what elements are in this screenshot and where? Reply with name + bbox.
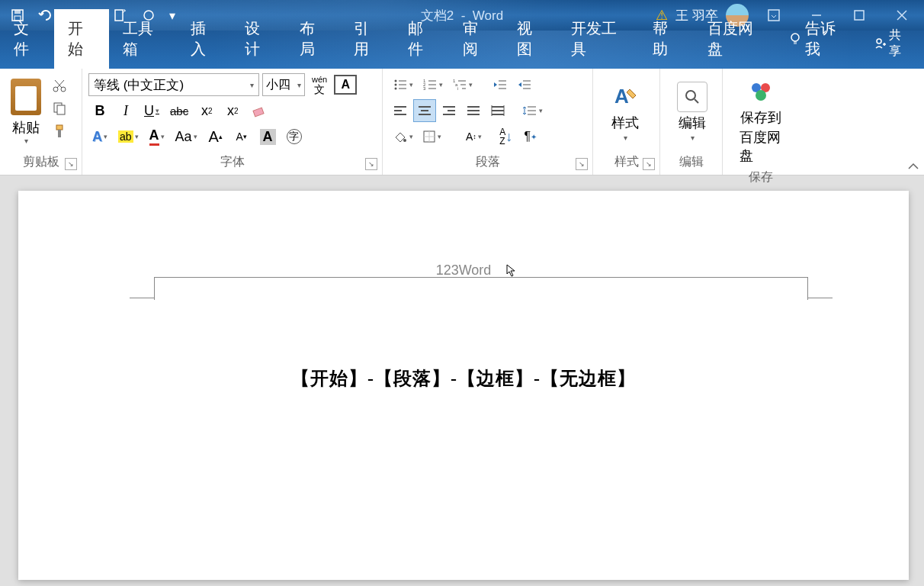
collapse-ribbon-button[interactable]	[907, 163, 919, 172]
svg-point-25	[395, 80, 397, 82]
strike-button[interactable]: abc	[166, 99, 192, 122]
decrease-indent-button[interactable]	[489, 73, 512, 96]
change-case-button[interactable]: Aa▾	[172, 125, 201, 148]
font-color-button[interactable]: A▾	[146, 125, 168, 148]
tab-review[interactable]: 审阅	[449, 9, 503, 69]
tab-help[interactable]: 帮助	[639, 9, 693, 69]
asian-layout-button[interactable]: A↕▾	[462, 125, 486, 148]
shading-button[interactable]: ▾	[389, 125, 417, 148]
svg-point-27	[395, 88, 397, 90]
share-icon	[873, 36, 887, 51]
svg-point-10	[791, 34, 799, 41]
group-save: 保存到 百度网盘 保存	[723, 69, 799, 175]
paragraph-launcher[interactable]: ↘	[576, 158, 588, 170]
document-area[interactable]: 123Word 【开始】-【段落】-【边框】-【无边框】	[0, 175, 924, 586]
tab-home[interactable]: 开始	[54, 9, 108, 69]
svg-text:i: i	[457, 86, 458, 91]
svg-point-26	[395, 84, 397, 86]
bullets-button[interactable]: ▾	[389, 73, 417, 96]
group-paragraph: ▾ 123▾ 1ai▾ ▾ ▾	[383, 69, 593, 175]
numbering-button[interactable]: 123▾	[419, 73, 447, 96]
paste-button[interactable]: 粘贴 ▾	[5, 72, 47, 152]
tab-references[interactable]: 引用	[340, 9, 394, 69]
tab-toolbox[interactable]: 工具箱	[109, 9, 177, 69]
char-shading-button[interactable]: A	[256, 125, 280, 148]
cursor-icon	[506, 264, 517, 278]
brush-icon	[52, 124, 67, 139]
highlight-button[interactable]: ab▾	[114, 125, 143, 148]
clear-format-button[interactable]	[247, 99, 270, 122]
tab-design[interactable]: 设计	[231, 9, 285, 69]
svg-point-69	[403, 139, 406, 142]
clipboard-icon	[11, 79, 41, 115]
italic-button[interactable]: I	[114, 99, 137, 122]
tab-mail[interactable]: 邮件	[394, 9, 448, 69]
enclose-char-button[interactable]: 字	[283, 125, 306, 148]
copy-button[interactable]	[50, 99, 69, 118]
tab-baidu[interactable]: 百度网盘	[694, 9, 775, 69]
tab-layout[interactable]: 布局	[286, 9, 340, 69]
cut-button[interactable]	[50, 76, 69, 95]
svg-point-74	[686, 91, 695, 100]
text-effects-button[interactable]: A▾	[88, 125, 111, 148]
tab-developer[interactable]: 开发工具	[557, 9, 639, 69]
align-distribute-button[interactable]	[486, 99, 509, 122]
paint-bucket-icon	[393, 130, 408, 143]
editing-button[interactable]: 编辑 ▾	[665, 72, 720, 152]
share-button[interactable]: 共享	[859, 18, 924, 69]
align-left-button[interactable]	[389, 99, 412, 122]
scissors-icon	[52, 78, 67, 93]
line-spacing-button[interactable]: ▾	[518, 99, 547, 122]
document-body-text: 【开始】-【段落】-【边框】-【无边框】	[291, 366, 636, 391]
grow-font-button[interactable]: A▴	[204, 125, 227, 148]
group-font: 等线 (中文正文)▾ 小四▾ wén文 A B I U▾ abc x2 x2 A…	[82, 69, 383, 175]
borders-button[interactable]: ▾	[419, 125, 445, 148]
group-styles: A 样式 ▾ 样式↘	[593, 69, 660, 175]
align-right-button[interactable]	[438, 99, 460, 122]
align-center-button[interactable]	[413, 99, 436, 122]
font-name-select[interactable]: 等线 (中文正文)▾	[88, 73, 259, 96]
ribbon: 粘贴 ▾ 剪贴板↘ 等线 (中文正文)▾ 小四▾	[0, 69, 924, 175]
subscript-button[interactable]: x2	[195, 99, 218, 122]
shrink-font-button[interactable]: A▾	[230, 125, 253, 148]
svg-point-13	[877, 39, 881, 43]
tab-insert[interactable]: 插入	[177, 9, 231, 69]
format-painter-button[interactable]	[50, 122, 69, 140]
svg-rect-22	[56, 125, 63, 130]
multilevel-button[interactable]: 1ai▾	[448, 73, 476, 96]
styles-icon: A	[610, 82, 640, 112]
show-marks-button[interactable]: ¶✦	[519, 125, 542, 148]
header-divider	[154, 277, 808, 278]
svg-line-75	[695, 99, 698, 103]
group-clipboard: 粘贴 ▾ 剪贴板↘	[0, 69, 82, 175]
baidu-cloud-icon	[746, 76, 776, 107]
underline-button[interactable]: U▾	[140, 99, 163, 122]
ribbon-tabs: 文件 开始 工具箱 插入 设计 布局 引用 邮件 审阅 视图 开发工具 帮助 百…	[0, 31, 924, 69]
search-icon	[677, 82, 707, 112]
svg-rect-24	[253, 108, 264, 117]
font-size-select[interactable]: 小四▾	[262, 73, 305, 96]
copy-icon	[52, 101, 67, 116]
bold-button[interactable]: B	[88, 99, 111, 122]
increase-indent-button[interactable]	[513, 73, 536, 96]
eraser-icon	[251, 103, 266, 118]
sort-button[interactable]: AZ↓	[495, 125, 518, 148]
superscript-button[interactable]: x2	[221, 99, 244, 122]
svg-rect-21	[57, 105, 65, 114]
save-to-baidu-button[interactable]: 保存到 百度网盘	[727, 72, 794, 169]
styles-launcher[interactable]: ↘	[643, 158, 655, 170]
svg-text:3: 3	[423, 86, 426, 91]
svg-point-78	[756, 90, 766, 101]
phonetic-guide-button[interactable]: wén文	[308, 73, 331, 96]
styles-button[interactable]: A 样式 ▾	[598, 72, 653, 152]
clipboard-launcher[interactable]: ↘	[65, 158, 77, 170]
tab-file[interactable]: 文件	[0, 9, 54, 69]
align-justify-button[interactable]	[462, 99, 485, 122]
svg-rect-23	[58, 130, 61, 137]
document-page[interactable]: 123Word 【开始】-【段落】-【边框】-【无边框】	[18, 191, 909, 580]
lightbulb-icon	[788, 32, 800, 46]
tab-view[interactable]: 视图	[503, 9, 557, 69]
font-launcher[interactable]: ↘	[365, 158, 377, 170]
tell-me-button[interactable]: 告诉我	[775, 9, 858, 69]
char-border-button[interactable]: A	[334, 75, 357, 95]
